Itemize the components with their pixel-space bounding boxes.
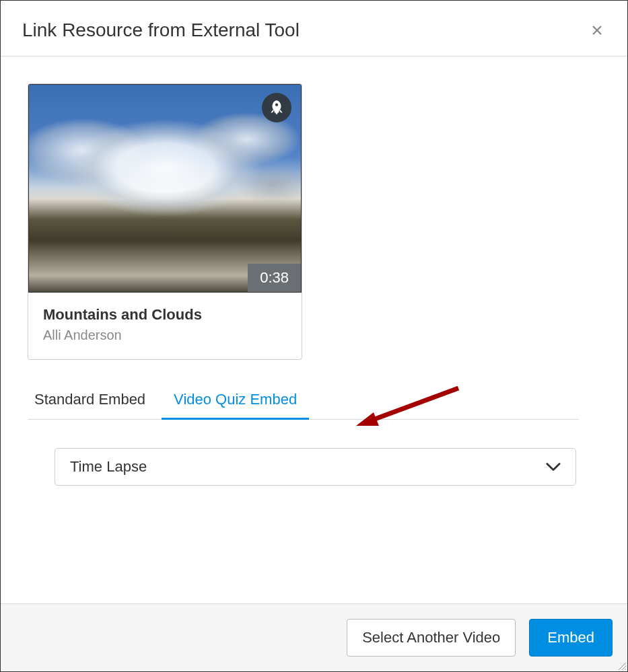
video-card[interactable]: 0:38 Mountains and Clouds Alli Anderson: [28, 83, 302, 360]
modal-footer: Select Another Video Embed: [1, 603, 627, 671]
rocket-badge: [262, 93, 291, 122]
modal-header: Link Resource from External Tool: [1, 1, 627, 57]
quiz-select-dropdown[interactable]: Time Lapse: [55, 448, 576, 486]
video-author: Alli Anderson: [43, 328, 287, 343]
modal-title: Link Resource from External Tool: [22, 20, 300, 41]
close-icon: [591, 24, 603, 36]
video-thumbnail: 0:38: [28, 84, 302, 293]
select-another-video-button[interactable]: Select Another Video: [347, 619, 516, 657]
dropdown-container: Time Lapse: [55, 448, 576, 486]
chevron-down-icon: [546, 462, 561, 472]
dropdown-selected-value: Time Lapse: [70, 458, 147, 476]
tabs: Standard Embed Video Quiz Embed: [28, 383, 579, 420]
video-info: Mountains and Clouds Alli Anderson: [28, 293, 302, 359]
tab-video-quiz-embed[interactable]: Video Quiz Embed: [162, 383, 309, 419]
video-title: Mountains and Clouds: [43, 306, 287, 324]
video-duration: 0:38: [248, 264, 301, 292]
thumbnail-image: [29, 105, 301, 219]
rocket-icon: [268, 99, 285, 116]
embed-button[interactable]: Embed: [529, 619, 613, 657]
modal-body: 0:38 Mountains and Clouds Alli Anderson …: [1, 57, 627, 486]
close-button[interactable]: [588, 22, 606, 39]
tab-standard-embed[interactable]: Standard Embed: [28, 383, 162, 419]
